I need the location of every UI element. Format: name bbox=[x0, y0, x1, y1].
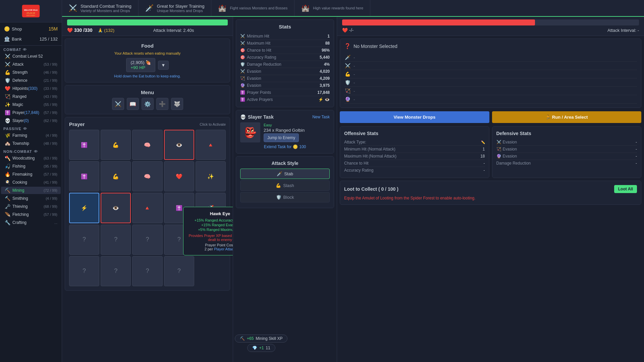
banner-item-dungeon[interactable]: 🏰 Fight various Monsters and Bosses bbox=[211, 0, 294, 16]
run-area-select-button[interactable]: 🏃 Run / Area Select bbox=[492, 111, 642, 123]
sidebar-item-combat-level[interactable]: ⚔️ Combat Level 52 bbox=[1, 53, 61, 60]
food-amount: (2,905) bbox=[130, 60, 144, 65]
prayer-item-12[interactable]: 👁️ bbox=[101, 193, 131, 223]
eat-button[interactable]: (2,905) 🍖 +90 HP bbox=[126, 58, 155, 72]
stat-min-hit-val: 1 bbox=[327, 34, 330, 39]
thieving-level: (68 / 99) bbox=[44, 204, 57, 208]
food-hp: +90 HP bbox=[130, 65, 151, 70]
stab-label: Stab bbox=[284, 171, 293, 176]
sidebar-item-farming[interactable]: 🌾 Farming (4 / 99) bbox=[1, 132, 61, 139]
prayer-item-2[interactable]: 💪 bbox=[101, 130, 131, 160]
sidebar-item-prayer[interactable]: ✝️ Prayer(17,848) (57 / 99) bbox=[1, 109, 61, 116]
sidebar-item-thieving[interactable]: 🗝️ Thieving (68 / 99) bbox=[1, 203, 61, 210]
offense-chance-hit-val: - bbox=[484, 161, 485, 166]
sidebar-item-mining[interactable]: ⛏️ Mining (72 / 99) bbox=[1, 187, 61, 194]
sidebar-item-defence[interactable]: 🛡️ Defence (21 / 99) bbox=[1, 77, 61, 84]
prayer-item-1[interactable]: ✝️ bbox=[69, 130, 99, 160]
sidebar-item-fishing[interactable]: 🎣 Fishing (95 / 99) bbox=[1, 163, 61, 170]
active-prayer-icon-1: ⚡ bbox=[318, 97, 323, 102]
monster-defence-icon: 🛡️ bbox=[344, 80, 351, 85]
loot-desc-prefix: Equip the bbox=[344, 196, 362, 200]
food-drop-button[interactable]: ▼ bbox=[158, 61, 168, 70]
banner-item-slayer[interactable]: 🗡️ Great for Slayer Training Unique Mons… bbox=[139, 0, 212, 16]
menu-icon-familiar[interactable]: 🐺 bbox=[171, 98, 183, 110]
sidebar-item-fletching[interactable]: 🪶 Fletching (57 / 99) bbox=[1, 211, 61, 218]
sidebar-item-strength[interactable]: 💪 Strength (46 / 99) bbox=[1, 69, 61, 76]
smithing-icon: 🔨 bbox=[4, 196, 10, 201]
notif-item-icon: 💎 bbox=[252, 346, 257, 350]
sidebar-item-magic[interactable]: ✨ Magic (55 / 99) bbox=[1, 101, 61, 108]
prayer-item-23[interactable]: ? bbox=[132, 256, 162, 286]
prayer-item-10[interactable]: ✨ bbox=[196, 161, 226, 191]
prayer-item-5[interactable]: 🔺 bbox=[196, 130, 226, 160]
menu-icon-spellbook[interactable]: 📖 bbox=[127, 98, 139, 110]
prayer-item-8[interactable]: 🧠 bbox=[132, 161, 162, 191]
sidebar-item-hitpoints[interactable]: ❤️ Hitpoints(330) (33 / 99) bbox=[1, 85, 61, 92]
prayer-item-9[interactable]: ❤️ bbox=[164, 161, 194, 191]
sidebar-item-ranged[interactable]: 🏹 Ranged (43 / 99) bbox=[1, 93, 61, 100]
prayer-item-6[interactable]: ✝️ bbox=[69, 161, 99, 191]
attack-style-block[interactable]: 🛡️ Block bbox=[240, 192, 330, 202]
prayer-item-18[interactable]: ? bbox=[132, 225, 162, 255]
prayer-item-3[interactable]: 🧠 bbox=[132, 130, 162, 160]
slayer-monster-emoji: 👺 bbox=[244, 127, 257, 138]
notif-xp-val: +65 bbox=[247, 336, 254, 341]
cooking-icon: 🍳 bbox=[4, 180, 10, 185]
attack-style-slash[interactable]: 💪 Slash bbox=[240, 180, 330, 191]
banner-item-highval[interactable]: 🏰 High value rewards found here bbox=[294, 0, 370, 16]
sidebar-item-firemaking[interactable]: 🔥 Firemaking (57 / 99) bbox=[1, 171, 61, 178]
banner-item-combat[interactable]: ⚔️ Standard Combat Training Variety of M… bbox=[62, 0, 139, 16]
sidebar-item-smithing[interactable]: 🔨 Smithing (4 / 99) bbox=[1, 195, 61, 202]
shop-button[interactable]: 🪙 Shop 15M bbox=[1, 24, 60, 33]
slash-label: Slash bbox=[283, 183, 294, 188]
sidebar-item-attack[interactable]: ⚔️ Attack (53 / 99) bbox=[1, 61, 61, 68]
jump-to-enemy-button[interactable]: Jump to Enemy bbox=[264, 133, 299, 142]
stat-row-active-prayers: ✝️Active Prayers ⚡ 👁️ bbox=[240, 96, 330, 103]
crafting-label: Crafting bbox=[12, 220, 26, 225]
view-monster-drops-button[interactable]: View Monster Drops bbox=[340, 111, 489, 123]
monster-ranged-icon: 🏹 bbox=[344, 88, 351, 94]
sidebar-item-cooking[interactable]: 🍳 Cooking (41 / 99) bbox=[1, 179, 61, 186]
slayer-difficulty: Easy bbox=[264, 123, 330, 127]
prayer-item-21[interactable]: ? bbox=[69, 256, 99, 286]
active-prayers-label: ✝️Active Prayers bbox=[240, 97, 273, 102]
loot-all-button[interactable]: Loot All bbox=[614, 185, 637, 193]
extend-task-cost: 100 bbox=[299, 144, 306, 149]
prayer-item-4[interactable]: 👁️ bbox=[164, 130, 194, 160]
monster-health-bar-fill bbox=[342, 19, 535, 25]
offense-accuracy-val: - bbox=[484, 168, 485, 173]
combat-section-header: COMBAT 👁 bbox=[0, 46, 62, 52]
loot-card: Loot to Collect ( 0 / 100 ) Loot All Equ… bbox=[340, 181, 641, 205]
menu-icon-potions[interactable]: ➕ bbox=[156, 98, 168, 110]
monster-hp-val: -/- bbox=[349, 27, 354, 33]
new-task-button[interactable]: New Task bbox=[312, 115, 330, 119]
non-combat-visibility-toggle[interactable]: 👁 bbox=[34, 149, 38, 154]
melee-icon: ⚔️ bbox=[344, 63, 351, 68]
prayer-item-24[interactable]: ? bbox=[164, 256, 194, 286]
prayer-item-11[interactable]: ⚡ bbox=[69, 193, 99, 223]
combat-visibility-toggle[interactable]: 👁 bbox=[23, 48, 27, 52]
menu-icon-combat[interactable]: ⚔️ bbox=[112, 98, 124, 110]
sidebar-item-slayer[interactable]: 💀 Slayer(0) (62 / 99) bbox=[1, 117, 61, 124]
active-prayer-icons: ⚡ 👁️ bbox=[318, 97, 330, 102]
prayer-item-22[interactable]: ? bbox=[101, 256, 131, 286]
sidebar-item-crafting[interactable]: 🔧 Crafting ... bbox=[1, 219, 61, 226]
monster-selected-card: ❓ No Monster Selected 🗡️ - ⚔️ - 💪 - bbox=[340, 39, 641, 108]
defensive-stats-card: Defensive Stats ⚔️ Evasion - 🏹 Evasion -… bbox=[492, 126, 642, 178]
sidebar-item-township[interactable]: 🏘️ Township (48 / 99) bbox=[1, 140, 61, 147]
prayer-item-17[interactable]: ? bbox=[101, 225, 131, 255]
dungeon-banner-icon: 🏰 bbox=[218, 4, 226, 12]
monster-health-area: ❤️ -/- Attack Interval: - bbox=[337, 17, 644, 36]
prayer-item-7[interactable]: 💪 bbox=[101, 161, 131, 191]
extend-task-button[interactable]: Extend Task for 🪙 100 bbox=[240, 144, 330, 149]
attack-style-stab[interactable]: 🗡️ Stab bbox=[240, 169, 330, 179]
passive-visibility-toggle[interactable]: 👁 bbox=[23, 127, 27, 131]
prayer-item-16[interactable]: ? bbox=[69, 225, 99, 255]
menu-icon-settings[interactable]: ⚙️ bbox=[142, 98, 154, 110]
mining-icon: ⛏️ bbox=[4, 188, 10, 193]
prayer-item-13[interactable]: 🔺 bbox=[132, 193, 162, 223]
sidebar-item-woodcutting[interactable]: 🪓 Woodcutting (63 / 99) bbox=[1, 155, 61, 162]
edit-icon[interactable]: ✏️ bbox=[481, 140, 485, 144]
stat-chance-hit-val: 96% bbox=[322, 48, 330, 53]
bank-button[interactable]: 🏦 Bank 125 / 132 bbox=[1, 35, 60, 43]
